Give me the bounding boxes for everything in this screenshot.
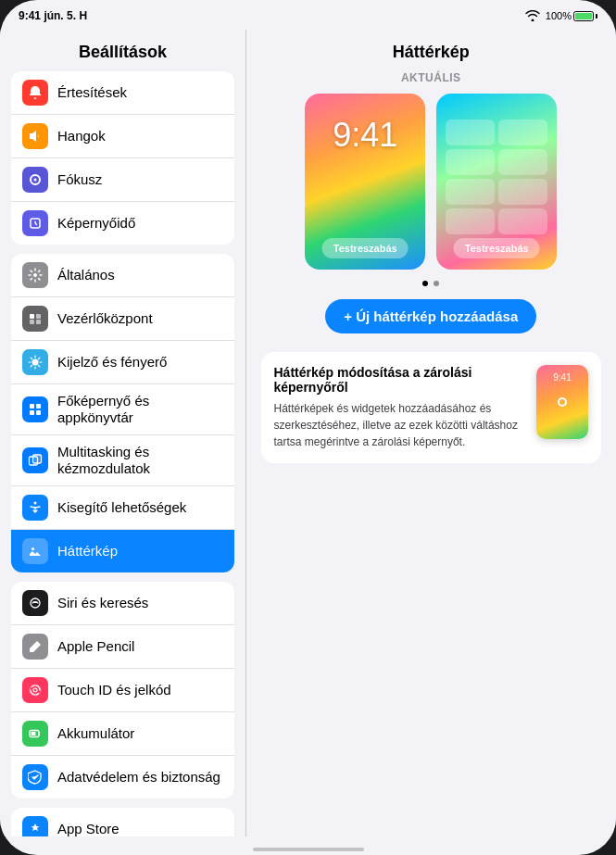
status-bar: 9:41 jún. 5. H 100%: [0, 0, 616, 30]
display-icon: [22, 349, 48, 375]
right-panel: Háttérkép AKTUÁLIS 9:41 Testreszabás: [246, 30, 617, 836]
sidebar-item-hangok[interactable]: Hangok: [11, 115, 234, 158]
siri-icon: [22, 590, 48, 616]
general-icon: [22, 262, 48, 288]
widget-4: [498, 149, 547, 175]
hangok-label: Hangok: [57, 128, 106, 145]
info-card-title: Háttérkép módosítása a zárolási képernyő…: [274, 365, 526, 395]
touchid-icon: [22, 677, 48, 703]
focus-icon: [22, 167, 48, 193]
siri-label: Siri és keresés: [57, 595, 148, 611]
widget-2: [498, 119, 547, 145]
sounds-icon: [22, 123, 48, 149]
svg-rect-3: [30, 314, 34, 319]
main-content: Beállítások Értesítések Hangok Fókusz: [0, 30, 616, 836]
svg-rect-13: [33, 455, 42, 463]
sidebar-item-kijelzo-fenyer[interactable]: Kijelző és fényerő: [11, 341, 234, 384]
adatvedelem-label: Adatvédelem és biztonság: [57, 769, 220, 786]
notifications-icon: [22, 80, 48, 106]
status-icons: 100%: [525, 10, 597, 21]
sidebar-item-siri[interactable]: Siri és keresés: [11, 582, 234, 625]
vezerlo-kozpont-label: Vezérlőközpont: [57, 310, 153, 327]
right-panel-title: Háttérkép: [246, 30, 617, 71]
kisegito-label: Kisegítő lehetőségek: [57, 499, 186, 516]
svg-point-14: [34, 502, 37, 505]
svg-point-7: [32, 359, 39, 366]
sidebar-section-3: Siri és keresés Apple Pencil Touch ID és…: [11, 582, 234, 798]
sidebar-section-2: Általános Vezérlőközpont Kijelző és fény…: [11, 254, 234, 572]
sidebar-title: Beállítások: [0, 30, 245, 71]
status-time: 9:41 jún. 5. H: [19, 9, 87, 22]
svg-rect-11: [36, 410, 41, 415]
svg-rect-6: [36, 320, 41, 324]
info-card-text: Háttérkép módosítása a zárolási képernyő…: [274, 365, 526, 450]
svg-point-0: [34, 179, 37, 182]
svg-point-2: [33, 273, 37, 277]
svg-rect-9: [36, 404, 41, 409]
privacy-icon: [22, 764, 48, 790]
home-bar: [253, 848, 364, 851]
control-center-icon: [22, 306, 48, 332]
wallpaper-preview-2[interactable]: Testreszabás: [436, 94, 557, 270]
dot-1: [422, 281, 428, 286]
svg-rect-8: [30, 404, 34, 409]
wallpaper-section: AKTUÁLIS 9:41 Testreszabás: [246, 71, 617, 333]
sidebar-item-kisegito[interactable]: Kisegítő lehetőségek: [11, 486, 234, 530]
appstore-icon: [22, 816, 48, 836]
testreszabas-btn-2[interactable]: Testreszabás: [454, 238, 540, 258]
fokusz-label: Fókusz: [57, 171, 102, 188]
info-card: Háttérkép módosítása a zárolási képernyő…: [261, 352, 602, 463]
add-wallpaper-button[interactable]: + Új háttérkép hozzáadása: [325, 299, 536, 333]
wifi-icon: [525, 10, 540, 21]
dot-2: [434, 281, 439, 286]
accessibility-icon: [22, 495, 48, 521]
sidebar-item-fokeperny[interactable]: Főképernyő és appkönyvtár: [11, 384, 234, 435]
sidebar-item-akkumulator[interactable]: Akkumulátor: [11, 712, 234, 756]
info-card-thumbnail: 9:41: [536, 365, 588, 439]
sidebar-item-fokusz[interactable]: Fókusz: [11, 158, 234, 202]
svg-rect-4: [36, 314, 41, 319]
aktualis-label: AKTUÁLIS: [261, 71, 602, 84]
ertesitesek-label: Értesítések: [57, 84, 127, 101]
sidebar-section-1: Értesítések Hangok Fókusz Képernyőidő: [11, 71, 234, 245]
home-indicator: [0, 836, 616, 855]
wallpaper-preview-1[interactable]: 9:41 Testreszabás: [305, 94, 425, 270]
multitasking-label: Multitasking és kézmozdulatok: [57, 444, 223, 477]
svg-rect-20: [31, 732, 36, 736]
svg-point-18: [30, 685, 41, 696]
app-store-label: App Store: [57, 821, 119, 836]
dot-indicators: [261, 281, 602, 286]
hatterkep-label: Háttérkép: [57, 543, 118, 560]
sidebar-item-app-store[interactable]: App Store: [11, 808, 234, 836]
wp2-widgets: [446, 119, 547, 234]
altalanos-label: Általános: [57, 267, 115, 283]
multitasking-icon: [22, 447, 48, 473]
widget-1: [446, 119, 495, 145]
screentime-icon: [22, 210, 48, 236]
sidebar: Beállítások Értesítések Hangok Fókusz: [0, 30, 245, 836]
sidebar-item-kepernyo-ido[interactable]: Képernyőidő: [11, 202, 234, 245]
wallpaper-previews: 9:41 Testreszabás Testresza: [261, 94, 602, 270]
sidebar-item-altalanos[interactable]: Általános: [11, 254, 234, 297]
sidebar-item-hatterkep[interactable]: Háttérkép: [11, 530, 234, 572]
battery-settings-icon: [22, 721, 48, 747]
sidebar-item-touch-id[interactable]: Touch ID és jelkód: [11, 669, 234, 712]
pencil-icon: [22, 634, 48, 660]
sidebar-item-adatvedelem[interactable]: Adatvédelem és biztonság: [11, 756, 234, 798]
svg-rect-5: [30, 320, 34, 324]
svg-point-17: [33, 688, 37, 692]
homescreen-icon: [22, 396, 48, 422]
touch-id-label: Touch ID és jelkód: [57, 682, 171, 698]
apple-pencil-label: Apple Pencil: [57, 638, 134, 655]
info-card-desc: Háttérképek és widgetek hozzáadásához és…: [274, 400, 526, 450]
testreszabas-btn-1[interactable]: Testreszabás: [322, 238, 409, 258]
widget-7: [446, 208, 495, 234]
sidebar-item-multitasking[interactable]: Multitasking és kézmozdulatok: [11, 435, 234, 486]
sidebar-item-apple-pencil[interactable]: Apple Pencil: [11, 625, 234, 669]
thumb-dot: [558, 397, 567, 407]
kepernyo-ido-label: Képernyőidő: [57, 215, 135, 232]
sidebar-item-ertesitesek[interactable]: Értesítések: [11, 71, 234, 115]
sidebar-item-vezerlo-kozpont[interactable]: Vezérlőközpont: [11, 297, 234, 341]
wallpaper-icon: [22, 538, 48, 564]
widget-3: [446, 149, 495, 175]
